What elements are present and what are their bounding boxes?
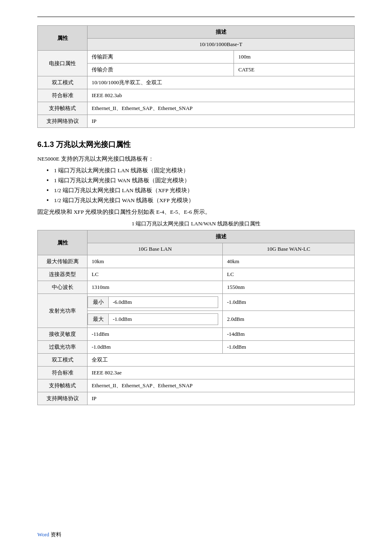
v1-connector: LC — [88, 268, 223, 281]
attr-header: 属性 — [38, 26, 88, 51]
value-transmission-dist: 100m — [234, 51, 355, 64]
col2-label: 10G Base WAN-LC — [223, 243, 355, 255]
table2-caption: 1 端口万兆以太网光接口 LAN/WAN 线路板的接口属性 — [37, 220, 355, 227]
attr-tx-power: 发射光功率 — [38, 294, 88, 328]
list-item-3: 1/2 端口万兆以太网光接口 LAN 线路板（XFP 光模块） — [54, 187, 355, 194]
section-note: 固定光模块和 XFP 光模块的接口属性分别如表 E-4、E-5、E-6 所示。 — [37, 208, 355, 216]
v2-tx-max: 2.0dBm — [223, 311, 355, 328]
footer-suffix: 资料 — [49, 531, 61, 538]
v1-rx-sens: -11dBm — [88, 328, 223, 341]
v1-tx-min: -6.0dBm — [109, 297, 218, 308]
value-standard-2: IEEE 802.3ae — [88, 367, 355, 379]
attr-standard-2: 符合标准 — [38, 367, 88, 379]
v1-overload: -1.0dBm — [88, 341, 223, 354]
v1-wavelength: 1310nm — [88, 281, 223, 294]
attr-protocol-2: 支持网络协议 — [38, 392, 88, 405]
attr-header-2: 属性 — [38, 230, 88, 255]
attr-frame: 支持帧格式 — [38, 102, 88, 115]
attr-overload: 过载光功率 — [38, 341, 88, 354]
v2-wavelength: 1550nm — [223, 281, 355, 294]
footer: Word 资料 — [37, 531, 61, 538]
attr-rx-sens: 接收灵敏度 — [38, 328, 88, 341]
list-item-1: 1 端口万兆以太网光接口 LAN 线路板（固定光模块） — [54, 167, 355, 174]
value-transmission-medium: CAT5E — [234, 64, 355, 76]
value-duplex: 10/100/1000兆半双工、全双工 — [88, 76, 355, 89]
table-interfaces-2: 属性 描述 10G Base LAN 10G Base WAN-LC 最大传输距… — [37, 230, 355, 405]
v2-rx-sens: -14dBm — [223, 328, 355, 341]
list-item-2: 1 端口万兆以太网光接口 WAN 线路板（固定光模块） — [54, 177, 355, 184]
attr-standard: 符合标准 — [38, 89, 88, 102]
v1-tx-max: -1.0dBm — [109, 314, 218, 325]
v2-connector: LC — [223, 268, 355, 281]
desc-header-2: 描述 — [88, 230, 355, 243]
attr-duplex-2: 双工模式 — [38, 354, 88, 367]
section-intro: NE5000E 支持的万兆以太网光接口线路板有： — [37, 155, 355, 163]
table-interfaces-1: 属性 描述 10/100/1000Base-T 电接口属性 传输距离 100m … — [37, 25, 355, 128]
list-item-4: 1/2 端口万兆以太网光接口 WAN 线路板（XFP 光模块） — [54, 197, 355, 204]
v2-overload: -1.0dBm — [223, 341, 355, 354]
page: 属性 描述 10/100/1000Base-T 电接口属性 传输距离 100m … — [0, 0, 392, 555]
value-frame-2: Ethernet_II、Ethernet_SAP、Ethernet_SNAP — [88, 379, 355, 392]
section-title-613: 6.1.3 万兆以太网光接口属性 — [37, 139, 355, 149]
label-transmission-medium: 传输介质 — [88, 64, 234, 76]
attr-max-dist: 最大传输距离 — [38, 255, 88, 268]
attr-protocol: 支持网络协议 — [38, 115, 88, 128]
value-frame: Ethernet_II、Ethernet_SAP、Ethernet_SNAP — [88, 102, 355, 115]
v2-max-dist: 40km — [223, 255, 355, 268]
v1-max-dist: 10km — [88, 255, 223, 268]
value-standard: IEEE 802.3ab — [88, 89, 355, 102]
top-divider — [37, 17, 355, 17]
col1-label: 10G Base LAN — [88, 243, 223, 255]
label-transmission-dist: 传输距离 — [88, 51, 234, 64]
sub-header-1: 10/100/1000Base-T — [88, 39, 355, 51]
desc-header: 描述 — [88, 26, 355, 39]
tx-min-label: 最小 — [88, 297, 109, 308]
word-label: Word — [37, 531, 49, 538]
attr-wavelength: 中心波长 — [38, 281, 88, 294]
value-protocol: IP — [88, 115, 355, 128]
value-duplex-2: 全双工 — [88, 354, 355, 367]
attr-cell-electric: 电接口属性 — [38, 51, 88, 76]
tx-max-label: 最大 — [88, 314, 109, 325]
v2-tx-min: -1.0dBm — [223, 294, 355, 311]
value-protocol-2: IP — [88, 392, 355, 405]
attr-duplex: 双工模式 — [38, 76, 88, 89]
attr-connector: 连接器类型 — [38, 268, 88, 281]
bullet-list: 1 端口万兆以太网光接口 LAN 线路板（固定光模块） 1 端口万兆以太网光接口… — [54, 167, 355, 204]
attr-frame-2: 支持帧格式 — [38, 379, 88, 392]
